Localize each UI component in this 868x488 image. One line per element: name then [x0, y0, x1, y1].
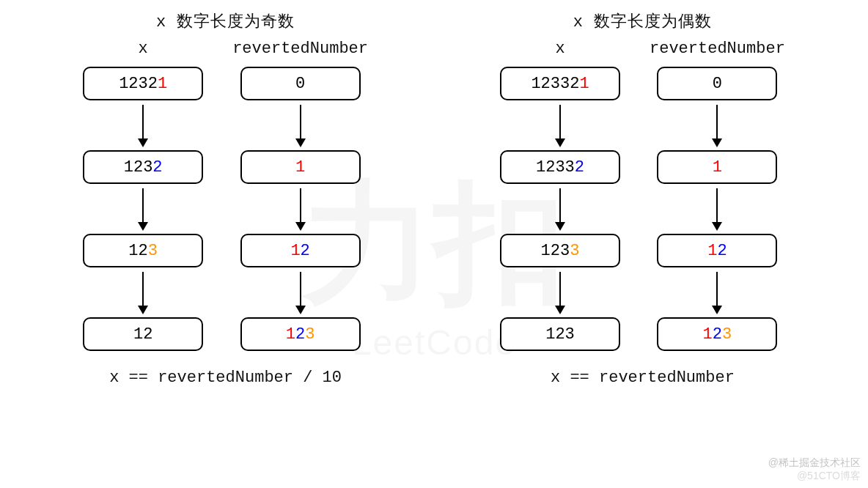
arrow-icon	[142, 188, 144, 229]
arrow-icon	[559, 188, 561, 229]
even-x-box-1: 12332	[500, 150, 620, 184]
odd-x-box-3: 12	[83, 317, 203, 351]
odd-x-box-2: 123	[83, 234, 203, 267]
arrow-icon	[300, 272, 301, 313]
odd-r-box-3: 123	[240, 317, 361, 351]
diagram-container: x 数字长度为奇数 x 12321 1232 123 12 revertedNu…	[0, 0, 868, 387]
odd-r-header: revertedNumber	[232, 40, 368, 58]
even-footer: x == revertedNumber	[551, 369, 735, 387]
odd-title: x 数字长度为奇数	[156, 10, 295, 32]
arrow-icon	[300, 188, 301, 229]
corner-line2: @51CTO博客	[768, 469, 861, 482]
odd-x-header: x	[139, 40, 148, 58]
odd-r-box-1: 1	[240, 150, 361, 184]
arrow-icon	[142, 272, 144, 313]
odd-x-column: x 12321 1232 123 12	[83, 40, 203, 351]
corner-line1: @稀土掘金技术社区	[768, 456, 861, 469]
odd-footer: x == revertedNumber / 10	[109, 369, 342, 387]
odd-r-column: revertedNumber 0 1 12 123	[232, 40, 368, 351]
even-x-box-0: 123321	[500, 67, 620, 100]
arrow-icon	[716, 105, 718, 146]
even-x-column: x 123321 12332 1233 123	[500, 40, 620, 351]
arrow-icon	[716, 272, 718, 313]
even-r-box-1: 1	[657, 150, 777, 184]
even-r-header: revertedNumber	[650, 40, 785, 58]
even-r-box-0: 0	[657, 67, 777, 100]
even-r-column: revertedNumber 0 1 12 123	[650, 40, 785, 351]
even-x-box-3: 123	[500, 317, 620, 351]
arrow-icon	[300, 105, 301, 146]
arrow-icon	[142, 105, 144, 146]
arrow-icon	[559, 272, 561, 313]
even-r-box-2: 12	[657, 234, 777, 267]
odd-x-box-1: 1232	[83, 150, 203, 184]
odd-x-box-0: 12321	[83, 67, 203, 100]
even-length-panel: x 数字长度为偶数 x 123321 12332 1233 123 revert…	[500, 10, 785, 387]
even-x-header: x	[555, 40, 564, 58]
corner-watermark: @稀土掘金技术社区 @51CTO博客	[768, 456, 861, 482]
odd-r-box-2: 12	[240, 234, 361, 267]
even-x-box-2: 1233	[500, 234, 620, 267]
odd-length-panel: x 数字长度为奇数 x 12321 1232 123 12 revertedNu…	[83, 10, 368, 387]
odd-columns: x 12321 1232 123 12 revertedNumber 0 1 1…	[83, 40, 368, 351]
odd-r-box-0: 0	[240, 67, 361, 100]
arrow-icon	[559, 105, 561, 146]
even-r-box-3: 123	[657, 317, 777, 351]
even-title: x 数字长度为偶数	[573, 10, 712, 32]
even-columns: x 123321 12332 1233 123 revertedNumber 0…	[500, 40, 785, 351]
arrow-icon	[716, 188, 718, 229]
